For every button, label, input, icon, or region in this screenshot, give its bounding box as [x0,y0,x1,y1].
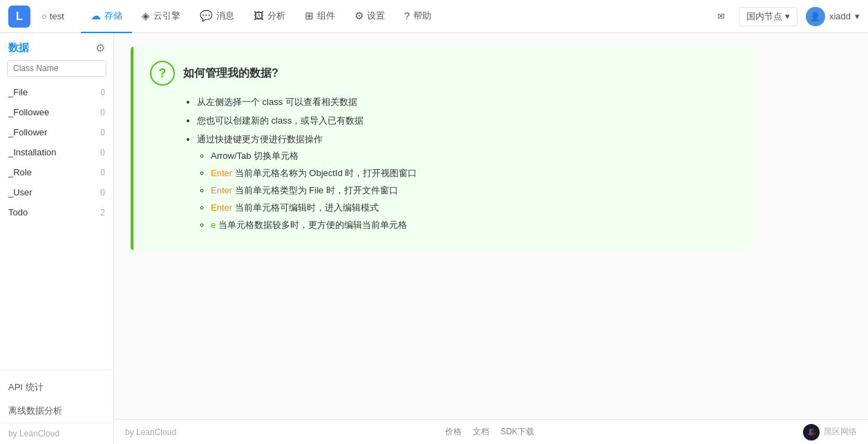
class-name: Todo [8,207,28,218]
nav-right: ✉ 国内节点 ▾ 👤 xiadd ▾ [712,7,860,26]
class-count: 2 [100,208,105,218]
watermark-text: 黑区网络 [824,426,857,438]
sidebar-title: 数据 [8,41,29,55]
class-item-file[interactable]: _File 0 [0,82,113,102]
info-sub-bullet-1: Arrow/Tab 切换单元格 [211,149,736,164]
footer-brand: by LeanCloud [125,427,176,437]
footer-link-price[interactable]: 价格 [445,426,462,438]
offline-analysis-link[interactable]: 离线数据分析 [0,399,113,423]
class-count: 0 [100,128,105,137]
info-header: ? 如何管理我的数据? [150,61,736,86]
footer-watermark: 🎩 黑区网络 [803,424,857,441]
class-count: 0 [100,188,105,197]
class-count: 0 [100,88,105,97]
main-content: ? 如何管理我的数据? 从左侧选择一个 class 可以查看相关数据 您也可以创… [114,33,868,444]
components-icon: ⊞ [305,10,314,22]
class-name: _File [8,87,28,97]
nav-storage-label: 存储 [104,10,122,22]
class-name: _Follower [8,127,47,137]
gear-icon[interactable]: ⚙ [95,41,105,55]
class-name: _User [8,187,32,197]
app-name-label: test [50,11,64,21]
nav-item-settings[interactable]: ⚙ 设置 [345,0,395,33]
nav-cloud-engine-label: 云引擎 [153,10,180,22]
sidebar-header: 数据 ⚙ [0,33,113,60]
question-icon: ? [150,61,175,86]
settings-icon: ⚙ [355,10,364,22]
inbox-icon: ✉ [717,11,725,21]
info-bullet-3: 通过快捷键更方便进行数据操作 Arrow/Tab 切换单元格 Enter 当前单… [197,133,736,233]
class-name: _Followee [8,107,49,117]
sidebar-divider [0,369,113,370]
class-item-todo[interactable]: Todo 2 [0,202,113,222]
page-footer: by LeanCloud 价格 文档 SDK下载 🎩 黑区网络 [114,419,868,444]
class-list: _File 0 _Followee 0 _Follower 0 _Install… [0,82,113,364]
analytics-icon: 🖼 [254,10,264,21]
app-icon: ○ [41,11,47,21]
nav-items: ☁ 存储 ◈ 云引擎 💬 消息 🖼 分析 ⊞ 组件 ⚙ 设置 ? 帮助 [81,0,712,33]
class-search [7,60,106,77]
main-layout: 数据 ⚙ _File 0 _Followee 0 _Follower 0 _In… [0,33,868,444]
class-name: _Installation [8,147,56,157]
inbox-button[interactable]: ✉ [712,8,730,24]
user-name-label: xiadd [829,11,851,21]
info-body: 从左侧选择一个 class 可以查看相关数据 您也可以创建新的 class，或导… [150,95,736,232]
class-name: _Role [8,167,32,177]
top-nav: L ○ test ☁ 存储 ◈ 云引擎 💬 消息 🖼 分析 ⊞ 组件 ⚙ 设置 [0,0,868,33]
footer-link-sdk[interactable]: SDK下载 [500,426,534,438]
sidebar-footer: by LeanCloud [0,423,113,444]
info-panel: ? 如何管理我的数据? 从左侧选择一个 class 可以查看相关数据 您也可以创… [131,47,753,250]
class-count: 0 [100,148,105,157]
nav-item-message[interactable]: 💬 消息 [190,0,244,33]
api-stats-link[interactable]: API 统计 [0,376,113,399]
info-bullet-2: 您也可以创建新的 class，或导入已有数据 [197,114,736,128]
region-selector[interactable]: 国内节点 ▾ [739,7,798,26]
footer-links: 价格 文档 SDK下载 [445,426,534,438]
user-menu[interactable]: 👤 xiadd ▾ [806,7,860,26]
nav-item-components[interactable]: ⊞ 组件 [295,0,345,33]
avatar: 👤 [806,7,825,26]
nav-components-label: 组件 [317,10,335,22]
info-sub-bullet-5: e 当单元格数据较多时，更方便的编辑当前单元格 [211,218,736,233]
info-sub-bullet-4: Enter 当前单元格可编辑时，进入编辑模式 [211,201,736,215]
class-name-input[interactable] [7,60,106,77]
nav-help-label: 帮助 [413,10,431,22]
class-count: 0 [100,108,105,117]
nav-message-label: 消息 [216,10,234,22]
nav-analytics-label: 分析 [267,10,285,22]
info-sub-bullet-2: Enter 当前单元格名称为 ObjectId 时，打开视图窗口 [211,166,736,181]
region-label: 国内节点 [746,10,782,23]
info-title: 如何管理我的数据? [183,66,279,81]
chevron-down-icon: ▾ [785,11,790,21]
footer-link-docs[interactable]: 文档 [473,426,489,438]
class-item-follower[interactable]: _Follower 0 [0,122,113,142]
nav-item-storage[interactable]: ☁ 存储 [81,0,132,33]
cloud-engine-icon: ◈ [142,10,150,22]
nav-item-cloud-engine[interactable]: ◈ 云引擎 [132,0,190,33]
app-logo[interactable]: L [8,6,30,28]
class-item-role[interactable]: _Role 0 [0,162,113,182]
info-sub-bullet-3: Enter 当前单元格类型为 File 时，打开文件窗口 [211,184,736,198]
nav-item-analytics[interactable]: 🖼 分析 [244,0,295,33]
help-icon: ? [404,10,410,21]
nav-item-help[interactable]: ? 帮助 [395,0,441,33]
class-item-followee[interactable]: _Followee 0 [0,102,113,122]
watermark-logo-icon: 🎩 [803,424,820,441]
class-item-user[interactable]: _User 0 [0,182,113,202]
sidebar: 数据 ⚙ _File 0 _Followee 0 _Follower 0 _In… [0,33,114,444]
message-icon: 💬 [200,10,213,22]
storage-icon: ☁ [91,10,101,22]
info-bullet-1: 从左侧选择一个 class 可以查看相关数据 [197,95,736,110]
user-chevron-icon: ▾ [855,11,860,21]
class-item-installation[interactable]: _Installation 0 [0,142,113,162]
app-name-item[interactable]: ○ test [36,11,70,21]
nav-settings-label: 设置 [367,10,385,22]
class-count: 0 [100,168,105,177]
